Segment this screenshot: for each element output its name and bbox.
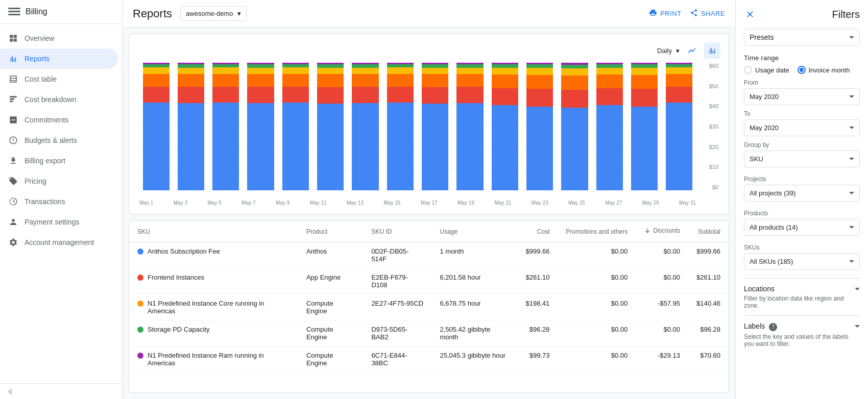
bar-segment[interactable] bbox=[352, 74, 378, 87]
bar-segment[interactable] bbox=[387, 74, 414, 87]
presets-dropdown[interactable]: Presets bbox=[744, 29, 860, 46]
sidebar-item-commitments[interactable]: Commitments bbox=[0, 110, 118, 130]
bar-segment[interactable] bbox=[143, 103, 170, 190]
bar-segment[interactable] bbox=[526, 107, 553, 190]
bar-segment[interactable] bbox=[352, 68, 378, 74]
project-selector[interactable]: awesome-demo ▾ bbox=[180, 6, 247, 21]
sidebar-item-reports[interactable]: Reports bbox=[0, 48, 118, 69]
bar-segment[interactable] bbox=[631, 89, 658, 106]
bar-segment[interactable] bbox=[456, 87, 483, 103]
projects-dropdown[interactable]: All projects (39) bbox=[744, 185, 860, 202]
bar-segment[interactable] bbox=[492, 105, 518, 190]
bar-segment[interactable] bbox=[561, 65, 588, 68]
bar-segment[interactable] bbox=[247, 68, 274, 74]
bar-segment[interactable] bbox=[212, 74, 239, 87]
bar-segment[interactable] bbox=[422, 104, 448, 190]
bar-segment[interactable] bbox=[387, 103, 414, 190]
share-button[interactable]: SHARE bbox=[690, 9, 725, 18]
bar-segment[interactable] bbox=[526, 68, 553, 75]
bar-segment[interactable] bbox=[178, 74, 204, 87]
sidebar-item-payment-settings[interactable]: Payment settings bbox=[0, 212, 118, 232]
bar-segment[interactable] bbox=[561, 90, 588, 108]
sidebar-item-cost-breakdown[interactable]: Cost breakdown bbox=[0, 89, 118, 110]
menu-icon[interactable] bbox=[8, 8, 20, 16]
bar-segment[interactable] bbox=[456, 103, 483, 190]
sidebar-item-account-management[interactable]: Account management bbox=[0, 232, 118, 253]
bar-segment[interactable] bbox=[492, 88, 518, 105]
bar-segment[interactable] bbox=[596, 105, 623, 190]
bar-segment[interactable] bbox=[492, 74, 518, 88]
bar-segment[interactable] bbox=[317, 74, 344, 87]
bar-segment[interactable] bbox=[631, 107, 658, 190]
period-selector[interactable]: Daily ▾ bbox=[657, 47, 680, 55]
bar-segment[interactable] bbox=[526, 64, 553, 68]
bar-segment[interactable] bbox=[596, 68, 623, 74]
products-dropdown[interactable]: All products (14) bbox=[744, 219, 860, 236]
bar-segment[interactable] bbox=[317, 104, 344, 190]
print-button[interactable]: PRINT bbox=[649, 9, 682, 18]
bar-segment[interactable] bbox=[317, 87, 344, 104]
sidebar-item-budgets[interactable]: Budgets & alerts bbox=[0, 130, 118, 151]
bar-segment[interactable] bbox=[456, 68, 483, 74]
bar-segment[interactable] bbox=[596, 88, 623, 105]
close-filters-button[interactable] bbox=[744, 8, 756, 20]
sidebar-item-transactions[interactable]: Transactions bbox=[0, 191, 118, 212]
bar-segment[interactable] bbox=[422, 74, 448, 87]
bar-segment[interactable] bbox=[422, 87, 448, 104]
bar-chart-btn[interactable] bbox=[704, 42, 720, 59]
bar-segment[interactable] bbox=[387, 87, 414, 103]
collapse-sidebar[interactable]: ‹| bbox=[0, 383, 122, 399]
sidebar-item-overview[interactable]: Overview bbox=[0, 28, 118, 48]
bar-segment[interactable] bbox=[352, 87, 378, 103]
bar-segment[interactable] bbox=[212, 103, 239, 190]
bar-segment[interactable] bbox=[561, 68, 588, 76]
bar-segment[interactable] bbox=[247, 103, 274, 190]
labels-header[interactable]: Labels ? bbox=[744, 322, 860, 331]
group-by-dropdown[interactable]: SKU bbox=[744, 151, 860, 167]
bar-segment[interactable] bbox=[282, 103, 309, 190]
line-chart-btn[interactable] bbox=[684, 42, 700, 59]
from-dropdown[interactable]: May 2020 bbox=[744, 88, 860, 105]
bar-segment[interactable] bbox=[317, 68, 344, 74]
bar-segment[interactable] bbox=[212, 87, 239, 103]
locations-header[interactable]: Locations bbox=[744, 285, 860, 293]
sidebar-item-cost-table[interactable]: Cost table bbox=[0, 69, 118, 89]
usage-date-radio[interactable]: Usage date bbox=[744, 66, 789, 74]
to-dropdown[interactable]: May 2020 bbox=[744, 119, 860, 136]
bar-segment[interactable] bbox=[352, 103, 378, 190]
bar-segment[interactable] bbox=[143, 87, 170, 103]
bar-segment[interactable] bbox=[247, 87, 274, 103]
sidebar-item-pricing[interactable]: Pricing bbox=[0, 171, 118, 191]
bar-segment[interactable] bbox=[631, 75, 658, 89]
bar-segment[interactable] bbox=[178, 103, 204, 190]
bar-segment[interactable] bbox=[666, 87, 692, 103]
bar-segment[interactable] bbox=[631, 68, 658, 75]
bar-segment[interactable] bbox=[666, 74, 692, 87]
bar-segment[interactable] bbox=[666, 67, 692, 74]
invoice-month-radio[interactable]: Invoice month bbox=[798, 66, 850, 74]
bar-segment[interactable] bbox=[143, 67, 170, 74]
bar-segment[interactable] bbox=[178, 87, 204, 103]
bar-segment[interactable] bbox=[526, 75, 553, 89]
sidebar-item-billing-export[interactable]: Billing export bbox=[0, 151, 118, 171]
bar-segment[interactable] bbox=[212, 67, 239, 74]
bar-segment[interactable] bbox=[387, 67, 414, 74]
bar-segment[interactable] bbox=[422, 68, 448, 74]
bar-segment[interactable] bbox=[492, 64, 518, 68]
bar-segment[interactable] bbox=[456, 74, 483, 87]
bar-segment[interactable] bbox=[282, 74, 309, 87]
bar-segment[interactable] bbox=[561, 76, 588, 90]
bar-segment[interactable] bbox=[282, 87, 309, 103]
bar-segment[interactable] bbox=[178, 68, 204, 74]
bar-segment[interactable] bbox=[596, 74, 623, 88]
bar-segment[interactable] bbox=[561, 108, 588, 190]
skus-dropdown[interactable]: All SKUs (185) bbox=[744, 253, 860, 270]
bar-segment[interactable] bbox=[143, 74, 170, 87]
bar-segment[interactable] bbox=[247, 74, 274, 87]
bar-segment[interactable] bbox=[282, 67, 309, 74]
col-discounts[interactable]: Discounts bbox=[636, 221, 688, 242]
bar-segment[interactable] bbox=[631, 64, 658, 68]
bar-segment[interactable] bbox=[666, 103, 692, 190]
bar-segment[interactable] bbox=[526, 89, 553, 106]
bar-segment[interactable] bbox=[492, 68, 518, 74]
